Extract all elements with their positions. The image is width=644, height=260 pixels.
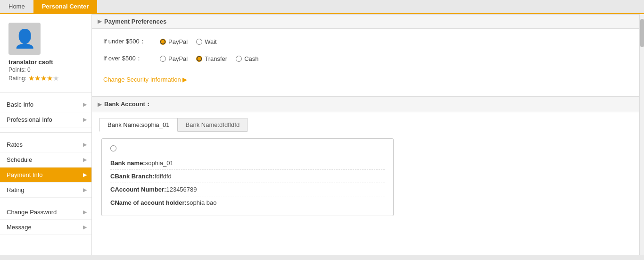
- avatar: 👤: [8, 23, 41, 55]
- payment-prefs-title: Payment Preferences: [104, 18, 166, 25]
- radio-label-paypal-under-500: PayPal: [168, 38, 188, 45]
- change-security-area: Change Security Information ▶: [92, 76, 639, 92]
- user-points: Points: 0: [8, 67, 31, 73]
- sidebar-item-rates[interactable]: Rates ▶: [0, 137, 91, 152]
- sidebar-item-message[interactable]: Message ▶: [0, 220, 91, 235]
- sidebar-label-change-password: Change Password: [7, 209, 57, 216]
- radio-label-wait-under-500: Wait: [205, 38, 217, 45]
- star-4: ★: [47, 74, 53, 83]
- bank-card-area: Bank name:sophia_01 CBank Branch:fdffdfd…: [92, 132, 639, 223]
- bank-branch-label: CBank Branch:: [110, 173, 155, 180]
- radio-cash-over-500[interactable]: Cash: [236, 55, 258, 62]
- sidebar-label-rates: Rates: [7, 141, 23, 148]
- sidebar-label-payment-info: Payment Info: [7, 171, 43, 178]
- pref-label-under-500: If under $500：: [103, 37, 160, 46]
- bank-account-holder-field: CName of account holder:sophia bao: [110, 196, 385, 209]
- bank-account-number-label: CAccount Number:: [110, 186, 166, 193]
- radio-label-paypal-over-500: PayPal: [168, 55, 188, 62]
- sidebar-label-message: Message: [7, 224, 32, 231]
- sidebar-item-basic-info[interactable]: Basic Info ▶: [0, 97, 91, 112]
- bank-name-value: sophia_01: [145, 159, 173, 167]
- bank-card-radio[interactable]: [110, 145, 385, 153]
- star-5: ★: [53, 74, 59, 83]
- sidebar-item-professional-info[interactable]: Professional Info ▶: [0, 112, 91, 127]
- section-arrow-icon: ▶: [98, 18, 101, 25]
- user-rating: Rating: ★ ★ ★ ★ ★: [8, 74, 59, 83]
- arrow-icon-professional-info: ▶: [83, 117, 87, 123]
- payment-prefs-header: ▶ Payment Preferences: [92, 14, 639, 29]
- sidebar-item-rating[interactable]: Rating ▶: [0, 183, 91, 198]
- arrow-icon-payment-info: ▶: [83, 172, 87, 178]
- radio-label-cash-over-500: Cash: [244, 55, 258, 62]
- sidebar-divider-2: [0, 132, 91, 133]
- sidebar-item-schedule[interactable]: Schedule ▶: [0, 152, 91, 168]
- sidebar-label-rating: Rating: [7, 186, 25, 193]
- nav-home[interactable]: Home: [0, 0, 33, 13]
- arrow-icon-rating: ▶: [83, 187, 87, 193]
- bank-account-holder-label: CName of account holder:: [110, 199, 187, 206]
- payment-prefs-body: If under $500： PayPal Wait If over $500：: [92, 29, 639, 76]
- sidebar-label-professional-info: Professional Info: [7, 116, 52, 123]
- bank-branch-field: CBank Branch:fdffdfd: [110, 170, 385, 183]
- radio-transfer-over-500[interactable]: Transfer: [196, 55, 227, 62]
- arrow-icon-change-password: ▶: [83, 209, 87, 215]
- bank-branch-value: fdffdfd: [155, 173, 172, 180]
- change-security-link[interactable]: Change Security Information ▶: [103, 76, 187, 83]
- bank-tabs: Bank Name:sophia_01 Bank Name:dfdffdfd: [99, 118, 632, 132]
- star-1: ★: [28, 74, 34, 83]
- pref-label-over-500: If over $500：: [103, 54, 160, 63]
- arrow-icon-basic-info: ▶: [83, 101, 87, 108]
- bank-card: Bank name:sophia_01 CBank Branch:fdffdfd…: [101, 138, 394, 216]
- radio-input-paypal-under-500[interactable]: [160, 39, 166, 45]
- main-content: ▶ Payment Preferences If under $500： Pay…: [92, 14, 639, 255]
- sidebar: 👤 translator csoft Points: 0 Rating: ★ ★…: [0, 14, 92, 255]
- star-3: ★: [41, 74, 47, 83]
- sidebar-label-schedule: Schedule: [7, 156, 32, 163]
- bank-tab-sophia01[interactable]: Bank Name:sophia_01: [99, 118, 178, 132]
- sidebar-item-payment-info[interactable]: Payment Info ▶: [0, 168, 91, 183]
- sidebar-label-basic-info: Basic Info: [7, 101, 33, 108]
- bank-section-arrow-icon: ▶: [98, 101, 101, 108]
- radio-input-cash-over-500[interactable]: [236, 56, 242, 62]
- radio-wait-under-500[interactable]: Wait: [196, 38, 217, 45]
- bank-tab-dfdfdf[interactable]: Bank Name:dfdffdfd: [178, 118, 248, 132]
- pref-row-under-500: If under $500： PayPal Wait: [103, 37, 628, 46]
- radio-paypal-over-500[interactable]: PayPal: [160, 55, 188, 62]
- radio-label-transfer-over-500: Transfer: [205, 55, 227, 62]
- bank-select-radio[interactable]: [110, 145, 116, 151]
- avatar-area: 👤 translator csoft Points: 0 Rating: ★ ★…: [0, 14, 91, 87]
- radio-group-over-500: PayPal Transfer Cash: [160, 55, 258, 62]
- bank-tabs-area: Bank Name:sophia_01 Bank Name:dfdffdfd: [92, 112, 639, 132]
- user-name: translator csoft: [8, 59, 53, 66]
- sidebar-divider-1: [0, 92, 91, 92]
- bank-account-header: ▶ Bank Account：: [92, 96, 639, 112]
- radio-input-wait-under-500[interactable]: [196, 39, 202, 45]
- rating-stars: ★ ★ ★ ★ ★: [28, 74, 59, 83]
- scrollbar-track[interactable]: [639, 14, 644, 255]
- scrollbar-thumb[interactable]: [640, 19, 644, 47]
- bank-account-title: Bank Account：: [104, 100, 151, 109]
- bank-name-label: Bank name:: [110, 159, 145, 167]
- arrow-icon-rates: ▶: [83, 142, 87, 148]
- radio-input-paypal-over-500[interactable]: [160, 56, 166, 62]
- bank-name-field: Bank name:sophia_01: [110, 157, 385, 170]
- sidebar-gap: [0, 198, 91, 205]
- sidebar-item-change-password[interactable]: Change Password ▶: [0, 205, 91, 220]
- arrow-icon-message: ▶: [83, 224, 87, 230]
- bank-account-number-value: 123456789: [166, 186, 197, 193]
- pref-row-over-500: If over $500： PayPal Transfer Cash: [103, 54, 628, 63]
- arrow-icon-schedule: ▶: [83, 157, 87, 163]
- radio-paypal-under-500[interactable]: PayPal: [160, 38, 188, 45]
- star-2: ★: [34, 74, 41, 83]
- bank-account-holder-value: sophia bao: [187, 199, 217, 206]
- nav-personal-center[interactable]: Personal Center: [33, 0, 98, 13]
- user-avatar-icon: 👤: [14, 28, 36, 49]
- radio-group-under-500: PayPal Wait: [160, 38, 217, 45]
- top-navigation: Home Personal Center: [0, 0, 644, 14]
- radio-input-transfer-over-500[interactable]: [196, 56, 202, 62]
- bank-account-number-field: CAccount Number:123456789: [110, 183, 385, 196]
